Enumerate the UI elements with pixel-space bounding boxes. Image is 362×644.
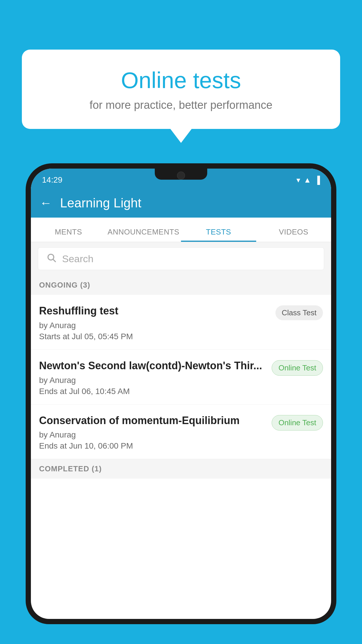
section-ongoing-header: ONGOING (3) [31, 275, 331, 295]
list-item[interactable]: Newton's Second law(contd)-Newton's Thir… [31, 350, 331, 405]
speech-bubble-title: Online tests [36, 67, 326, 94]
search-bar[interactable]: Search [38, 247, 324, 270]
test-time: Starts at Jul 05, 05:45 PM [39, 332, 270, 341]
status-time: 14:29 [42, 175, 62, 185]
test-by: by Anurag [39, 321, 270, 330]
back-button[interactable]: ← [40, 196, 52, 210]
test-info: Reshuffling test by Anurag Starts at Jul… [39, 304, 275, 341]
status-icons: ▾ ▲ ▐ [296, 176, 320, 185]
search-placeholder: Search [62, 253, 94, 265]
phone-outer: 14:29 ▾ ▲ ▐ ← Learning Light MENTS ANNOU… [26, 163, 336, 624]
section-completed-label: COMPLETED (1) [39, 464, 102, 473]
phone-notch [155, 169, 207, 180]
section-completed-header: COMPLETED (1) [31, 459, 331, 479]
section-ongoing-label: ONGOING (3) [39, 281, 90, 289]
tab-announcements[interactable]: ANNOUNCEMENTS [106, 228, 181, 242]
tabs-bar: MENTS ANNOUNCEMENTS TESTS VIDEOS [31, 218, 331, 242]
test-time: Ends at Jun 10, 06:00 PM [39, 441, 266, 451]
signal-icon: ▲ [304, 176, 311, 185]
test-info: Newton's Second law(contd)-Newton's Thir… [39, 359, 272, 396]
list-item[interactable]: Reshuffling test by Anurag Starts at Jul… [31, 295, 331, 350]
test-name: Conservation of momentum-Equilibrium [39, 414, 266, 428]
list-item[interactable]: Conservation of momentum-Equilibrium by … [31, 405, 331, 459]
search-icon [46, 253, 56, 265]
phone-wrapper: 14:29 ▾ ▲ ▐ ← Learning Light MENTS ANNOU… [26, 163, 336, 644]
test-by: by Anurag [39, 376, 266, 385]
test-name: Reshuffling test [39, 304, 270, 318]
phone-camera [177, 172, 185, 180]
app-header: ← Learning Light [31, 188, 331, 218]
test-badge: Online Test [272, 360, 323, 376]
test-list: Reshuffling test by Anurag Starts at Jul… [31, 295, 331, 459]
speech-bubble: Online tests for more practice, better p… [22, 50, 340, 129]
phone-screen: 14:29 ▾ ▲ ▐ ← Learning Light MENTS ANNOU… [31, 169, 331, 619]
search-container: Search [31, 242, 331, 275]
tab-videos[interactable]: VIDEOS [256, 228, 331, 242]
svg-line-1 [53, 259, 55, 262]
tab-ments[interactable]: MENTS [31, 228, 106, 242]
battery-icon: ▐ [315, 176, 320, 185]
speech-bubble-container: Online tests for more practice, better p… [22, 50, 340, 129]
tab-tests[interactable]: TESTS [181, 228, 256, 242]
test-badge: Online Test [272, 415, 323, 430]
test-by: by Anurag [39, 430, 266, 440]
test-info: Conservation of momentum-Equilibrium by … [39, 414, 272, 451]
test-name: Newton's Second law(contd)-Newton's Thir… [39, 359, 266, 373]
wifi-icon: ▾ [296, 176, 300, 185]
app-title: Learning Light [60, 196, 141, 210]
test-time: Ends at Jul 06, 10:45 AM [39, 387, 266, 396]
test-badge: Class Test [275, 305, 323, 320]
speech-bubble-subtitle: for more practice, better performance [36, 99, 326, 111]
